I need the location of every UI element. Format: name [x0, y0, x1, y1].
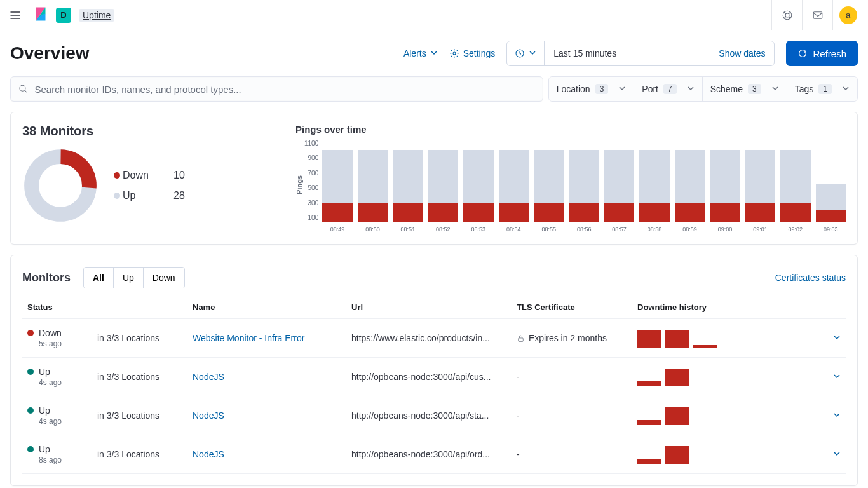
refresh-label: Refresh — [813, 48, 846, 59]
spark-bar — [637, 330, 661, 348]
expand-row-button[interactable] — [820, 435, 846, 474]
monitors-list-card: Monitors AllUpDown Certificates status S… — [10, 255, 858, 486]
status-text: Down — [39, 328, 62, 338]
bar-column: 08:55 — [534, 146, 564, 233]
bar-column: 09:00 — [710, 146, 740, 233]
column-header: Url — [346, 296, 512, 319]
breadcrumb-uptime[interactable]: Uptime — [79, 9, 114, 22]
alerts-dropdown[interactable]: Alerts — [403, 48, 438, 58]
status-dot — [27, 369, 34, 375]
bar-up-segment — [569, 150, 599, 203]
expand-row-button[interactable] — [820, 396, 846, 435]
status-dot — [27, 446, 34, 452]
expand-row-button[interactable] — [820, 358, 846, 396]
donut-legend: Down10Up28 — [114, 170, 199, 201]
spark-bar — [693, 463, 717, 464]
filter-tags[interactable]: Tags1 — [787, 77, 857, 101]
filter-location[interactable]: Location3 — [549, 77, 635, 101]
bar-column: 09:02 — [780, 146, 810, 233]
bar-column: 09:03 — [816, 146, 846, 233]
filter-port[interactable]: Port7 — [634, 77, 702, 101]
search-input[interactable] — [35, 84, 535, 95]
bar-down-segment — [428, 203, 458, 222]
status-ago: 8s ago — [27, 456, 87, 464]
tab-up[interactable]: Up — [114, 268, 144, 288]
menu-toggle[interactable] — [5, 5, 25, 25]
monitor-name-link[interactable]: NodeJS — [193, 449, 224, 459]
bar-column: 08:54 — [499, 146, 529, 233]
bar-x-label: 08:55 — [541, 226, 556, 233]
table-row: Down5s agoin 3/3 LocationsWebsite Monito… — [22, 319, 846, 358]
downtime-sparkline — [637, 367, 815, 386]
filter-scheme[interactable]: Scheme3 — [703, 77, 787, 101]
chevron-down-icon — [833, 372, 841, 382]
filter-group: Location3Port7Scheme3Tags1 — [548, 76, 858, 102]
bar-down-segment — [816, 210, 846, 222]
tab-all[interactable]: All — [84, 268, 114, 288]
url-cell: http://opbeans-node:3000/api/ord... — [346, 435, 512, 474]
bar-x-label: 09:02 — [789, 226, 803, 233]
bar-column: 08:53 — [463, 146, 493, 233]
time-range-text[interactable]: Last 15 minutes — [545, 48, 710, 58]
overview-card: 38 Monitors Down10Up28 Pings over time P… — [10, 112, 858, 245]
settings-link[interactable]: Settings — [449, 48, 496, 58]
space-selector[interactable]: D — [56, 8, 71, 23]
locations-cell: in 3/3 Locations — [92, 435, 187, 474]
bar-x-label: 08:49 — [330, 226, 345, 233]
filter-label: Port — [642, 84, 658, 94]
downtime-sparkline — [637, 406, 815, 425]
user-menu[interactable]: a — [832, 0, 863, 30]
mail-button[interactable] — [802, 0, 832, 30]
bar-column: 08:56 — [569, 146, 599, 233]
url-cell: http://opbeans-node:3000/api/sta... — [346, 396, 512, 435]
svg-point-3 — [785, 13, 789, 17]
kibana-logo[interactable] — [33, 6, 48, 24]
newsfeed-button[interactable] — [771, 0, 802, 30]
status-text: Up — [39, 444, 50, 454]
locations-cell: in 3/3 Locations — [92, 396, 187, 435]
column-header — [92, 296, 187, 319]
bar-down-segment — [322, 203, 352, 222]
spark-bar — [637, 420, 661, 425]
column-header — [820, 296, 846, 319]
time-quick-select[interactable] — [507, 41, 545, 65]
refresh-button[interactable]: Refresh — [786, 41, 858, 66]
bar-down-segment — [463, 203, 493, 222]
show-dates-link[interactable]: Show dates — [710, 48, 774, 58]
monitor-name-link[interactable]: NodeJS — [193, 410, 224, 421]
tls-text: Expires in 2 months — [529, 333, 607, 343]
column-header: Name — [187, 296, 346, 319]
bar-x-label: 08:56 — [577, 226, 592, 233]
status-text: Up — [39, 405, 50, 416]
expand-row-button[interactable] — [820, 319, 846, 358]
monitor-name-link[interactable]: Website Monitor - Infra Error — [193, 333, 304, 343]
locations-cell: in 3/3 Locations — [92, 358, 187, 396]
avatar: a — [839, 6, 857, 24]
spark-bar — [693, 345, 717, 348]
column-header: Status — [22, 296, 92, 319]
status-dot — [27, 330, 34, 336]
page-title: Overview — [10, 43, 393, 64]
chevron-down-icon — [430, 48, 438, 58]
chevron-down-icon — [771, 84, 779, 94]
chevron-down-icon — [833, 333, 841, 343]
svg-rect-10 — [519, 337, 524, 341]
search-box[interactable] — [10, 76, 543, 102]
filter-count-badge: 1 — [818, 84, 832, 94]
bar-column: 09:01 — [745, 146, 775, 233]
monitors-count-title: 38 Monitors — [22, 124, 270, 139]
legend-value: 28 — [173, 190, 199, 201]
bar-x-label: 08:50 — [365, 226, 380, 233]
bar-down-segment — [393, 203, 423, 222]
chevron-down-icon — [833, 410, 841, 421]
legend-value: 10 — [173, 170, 199, 181]
certificates-status-link[interactable]: Certificates status — [775, 273, 846, 283]
legend-dot — [114, 172, 120, 179]
hamburger-icon — [9, 9, 22, 22]
tls-text: - — [512, 435, 632, 474]
status-ago: 4s ago — [27, 417, 87, 426]
tab-down[interactable]: Down — [144, 268, 184, 288]
monitor-name-link[interactable]: NodeJS — [193, 372, 224, 382]
monitors-list-title: Monitors — [22, 271, 71, 285]
status-text: Up — [39, 367, 50, 377]
